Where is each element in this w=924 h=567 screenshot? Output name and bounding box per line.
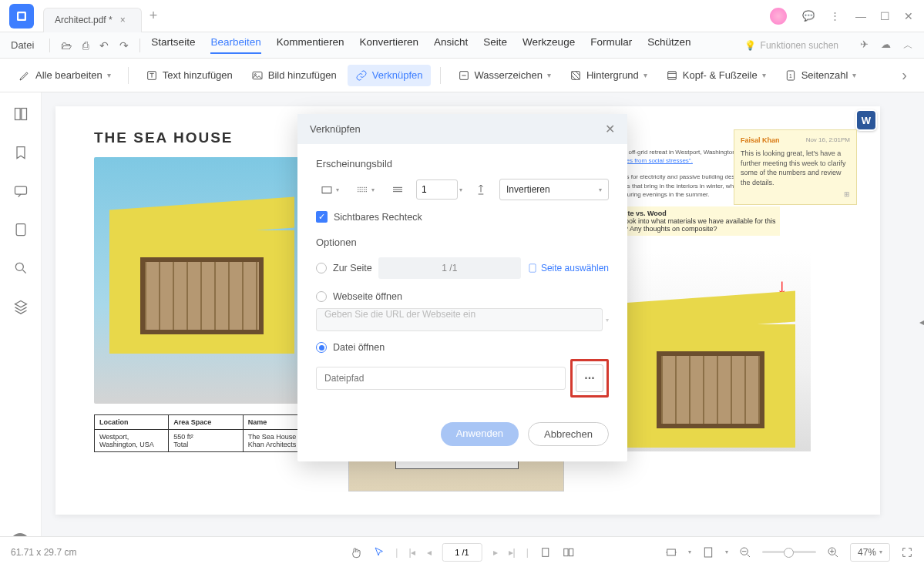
prev-page-icon[interactable]: ◂: [427, 547, 432, 558]
cloud-icon[interactable]: ☁: [881, 39, 891, 52]
tab-bearbeiten[interactable]: Bearbeiten: [210, 36, 260, 54]
close-window-button[interactable]: ✕: [904, 10, 913, 22]
tab-formular[interactable]: Formular: [590, 36, 632, 54]
browse-file-button[interactable]: ···: [576, 364, 603, 392]
left-panel: THE SEA HOUSE Location Area Space Name W…: [94, 129, 318, 492]
radio-open-file[interactable]: [316, 342, 327, 353]
link-dialog: Verknüpfen ✕ Erscheinungsbild ▾ ▾ ▾ Inve…: [297, 114, 627, 461]
edit-all-button[interactable]: Alle bearbeiten ▾: [11, 65, 119, 86]
print-icon[interactable]: ⎙: [82, 39, 89, 52]
svg-rect-13: [16, 224, 25, 236]
select-page-link[interactable]: Seite auswählen: [527, 263, 609, 273]
kebab-menu-icon[interactable]: ⋮: [830, 10, 840, 22]
cancel-button[interactable]: Abbrechen: [528, 422, 609, 446]
user-avatar[interactable]: [770, 8, 787, 25]
titlebar: Architect.pdf * × + 💬 ⋮ — ☐ ✕: [0, 0, 924, 32]
options-section-label: Optionen: [316, 237, 609, 248]
tab-seite[interactable]: Seite: [483, 36, 507, 54]
layers-icon[interactable]: [13, 299, 29, 314]
radio-open-web[interactable]: [316, 291, 327, 302]
maximize-button[interactable]: ☐: [880, 10, 890, 22]
redo-icon[interactable]: ↷: [119, 39, 129, 52]
fit-width-icon[interactable]: [665, 546, 677, 559]
feature-search[interactable]: 💡 Funktionen suchen: [744, 40, 838, 51]
comment-note[interactable]: Faisal Khan Nov 16, 2:01PM This is looki…: [734, 129, 857, 205]
close-tab-icon[interactable]: ×: [120, 15, 126, 25]
two-page-icon[interactable]: [563, 546, 575, 559]
comments-icon[interactable]: [13, 183, 29, 199]
left-sidebar: ▸: [0, 92, 42, 552]
zoom-in-icon[interactable]: [827, 546, 839, 559]
radio-goto-page[interactable]: [316, 263, 327, 273]
visible-rect-checkbox[interactable]: ✓ Sichtbares Rechteck: [316, 211, 609, 223]
tab-kommentieren[interactable]: Kommentieren: [277, 36, 344, 54]
background-button[interactable]: Hintergrund ▾: [562, 65, 655, 86]
highlight-style-select[interactable]: Invertieren▾: [499, 179, 609, 200]
new-tab-button[interactable]: +: [150, 8, 158, 24]
svg-rect-10: [15, 109, 20, 120]
color-picker-button[interactable]: [470, 180, 492, 199]
hand-tool-icon[interactable]: [349, 546, 361, 559]
send-icon[interactable]: ✈: [860, 39, 869, 52]
select-tool-icon[interactable]: [372, 546, 385, 559]
zoom-value[interactable]: 47%▾: [850, 543, 890, 562]
page-number-button[interactable]: 1 Seitenzahl ▾: [777, 65, 865, 86]
expand-right-panel-icon[interactable]: ◂: [919, 317, 924, 327]
single-page-icon[interactable]: [539, 546, 552, 559]
svg-rect-18: [564, 549, 568, 555]
link-type-dropdown[interactable]: ▾: [316, 180, 344, 199]
zoom-out-icon[interactable]: [739, 546, 751, 559]
file-menu[interactable]: Datei: [11, 39, 34, 51]
tab-ansicht[interactable]: Ansicht: [434, 36, 468, 54]
toolbar-scroll-right[interactable]: ›: [895, 66, 913, 84]
info-table: Location Area Space Name Westport,Washin…: [94, 414, 318, 452]
dialog-titlebar[interactable]: Verknüpfen ✕: [297, 114, 627, 144]
last-page-icon[interactable]: ▸|: [509, 547, 516, 558]
file-path-input[interactable]: [316, 367, 566, 390]
watermark-button[interactable]: Wasserzeichen ▾: [450, 65, 559, 86]
bookmarks-icon[interactable]: [13, 145, 29, 160]
zoom-slider[interactable]: [762, 551, 816, 553]
line-solid-button[interactable]: [387, 180, 408, 199]
minimize-button[interactable]: —: [855, 10, 866, 22]
svg-rect-7: [667, 71, 676, 79]
word-export-badge[interactable]: W: [855, 109, 877, 131]
next-page-icon[interactable]: ▸: [493, 547, 498, 558]
add-text-button[interactable]: Text hinzufügen: [138, 65, 240, 86]
edit-toolbar: Alle bearbeiten ▾ Text hinzufügen Bild h…: [0, 59, 924, 92]
chat-icon[interactable]: 💬: [802, 10, 815, 22]
right-panel: OUSE created this off-grid retreat in We…: [595, 129, 842, 492]
save-icon[interactable]: 🗁: [61, 39, 72, 52]
tab-konvertieren[interactable]: Konvertieren: [360, 36, 419, 54]
attachments-icon[interactable]: [13, 222, 29, 237]
tab-schutzen[interactable]: Schützen: [647, 36, 690, 54]
watermark-icon: [458, 69, 470, 82]
document-tab[interactable]: Architect.pdf * ×: [43, 8, 142, 32]
search-icon[interactable]: [13, 260, 29, 276]
thumbnails-icon[interactable]: [13, 106, 29, 122]
chevron-up-icon[interactable]: ︿: [903, 39, 913, 52]
house-illustration-right: 10ft 22ft 8ft 7ft ↓: [595, 251, 811, 451]
titlebar-controls: 💬 ⋮ — ☐ ✕: [770, 8, 924, 25]
page-input[interactable]: [442, 543, 482, 562]
lightbulb-icon: 💡: [744, 40, 756, 51]
line-style-dropdown[interactable]: ▾: [351, 180, 379, 199]
line-width-input[interactable]: [416, 179, 458, 200]
menubar: Datei 🗁 ⎙ ↶ ↷ Startseite Bearbeiten Komm…: [0, 32, 924, 59]
dialog-close-button[interactable]: ✕: [605, 122, 615, 136]
fit-page-icon[interactable]: [702, 546, 714, 559]
link-button[interactable]: Verknüpfen: [348, 65, 431, 86]
undo-icon[interactable]: ↶: [99, 39, 109, 52]
add-image-button[interactable]: Bild hinzufügen: [244, 65, 344, 86]
highlight-callout: ···: [570, 359, 609, 398]
appearance-section-label: Erscheinungsbild: [316, 158, 609, 169]
tab-startseite[interactable]: Startseite: [151, 36, 195, 54]
tab-werkzeuge[interactable]: Werkzeuge: [522, 36, 575, 54]
header-footer-button[interactable]: Kopf- & Fußzeile ▾: [658, 65, 774, 86]
page-title: THE SEA HOUSE: [94, 129, 318, 146]
app-icon: [9, 4, 34, 29]
image-icon: [251, 69, 264, 82]
apply-button[interactable]: Anwenden: [441, 422, 519, 446]
first-page-icon[interactable]: |◂: [408, 547, 415, 558]
fullscreen-icon[interactable]: [901, 546, 913, 559]
